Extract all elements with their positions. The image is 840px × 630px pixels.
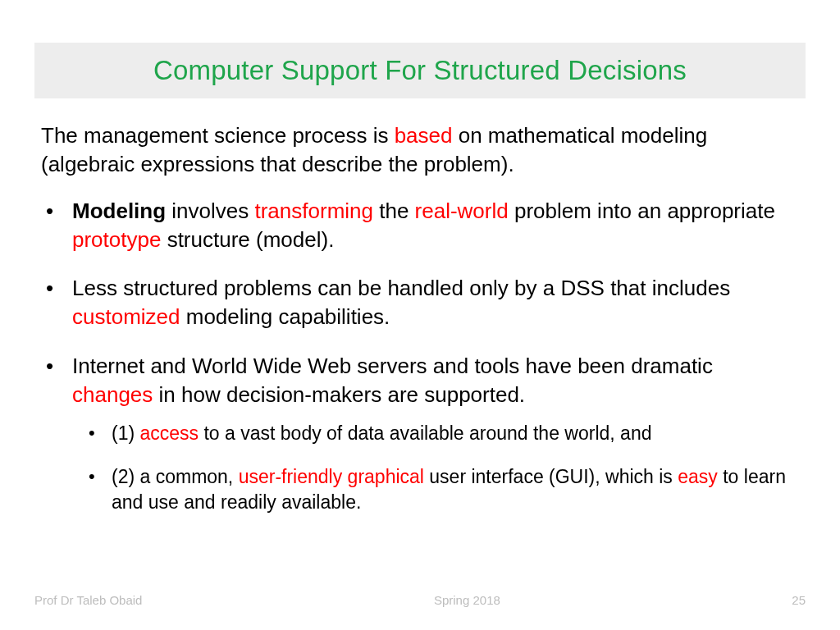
list-item: Modeling involves transforming the real-… xyxy=(41,197,799,254)
intro-paragraph: The management science process is based … xyxy=(41,121,799,179)
text: problem into an appropriate xyxy=(509,199,775,223)
text-red: easy xyxy=(678,466,718,487)
text: modeling capabilities. xyxy=(180,304,390,329)
text-red: transforming xyxy=(254,199,373,223)
slide-title: Computer Support For Structured Decision… xyxy=(153,55,687,86)
text-red: changes xyxy=(72,382,153,407)
footer-author: Prof Dr Taleb Obaid xyxy=(34,593,142,607)
text-red: user-friendly graphical xyxy=(239,466,424,487)
text-bold: Modeling xyxy=(72,199,166,223)
list-item: (2) a common, user-friendly graphical us… xyxy=(84,464,799,515)
footer-page-number: 25 xyxy=(792,593,806,607)
slide-footer: Prof Dr Taleb Obaid Spring 2018 25 xyxy=(34,593,806,607)
slide: Computer Support For Structured Decision… xyxy=(0,0,840,630)
title-bar: Computer Support For Structured Decision… xyxy=(34,43,806,98)
text-red: customized xyxy=(72,304,180,329)
text: Less structured problems can be handled … xyxy=(72,276,730,300)
bullet-list: Modeling involves transforming the real-… xyxy=(41,197,799,515)
list-item: (1) access to a vast body of data availa… xyxy=(84,421,799,446)
intro-pre: The management science process is xyxy=(41,123,395,148)
text-red: prototype xyxy=(72,227,161,252)
text: the xyxy=(373,199,415,223)
text-red: access xyxy=(140,422,199,444)
slide-body: The management science process is based … xyxy=(41,121,799,535)
text: structure (model). xyxy=(161,227,334,252)
intro-red: based xyxy=(395,123,453,148)
list-item: Less structured problems can be handled … xyxy=(41,274,799,331)
text: user interface (GUI), which is xyxy=(424,466,678,487)
text-red: real-world xyxy=(415,199,509,223)
text: in how decision-makers are supported. xyxy=(153,382,525,407)
text: (1) xyxy=(112,422,140,444)
text: (2) a common, xyxy=(112,466,239,487)
text: involves xyxy=(166,199,254,223)
text: to a vast body of data available around … xyxy=(199,422,651,444)
list-item: Internet and World Wide Web servers and … xyxy=(41,352,799,515)
footer-term: Spring 2018 xyxy=(434,593,500,607)
text: Internet and World Wide Web servers and … xyxy=(72,354,713,378)
sub-bullet-list: (1) access to a vast body of data availa… xyxy=(72,421,799,515)
